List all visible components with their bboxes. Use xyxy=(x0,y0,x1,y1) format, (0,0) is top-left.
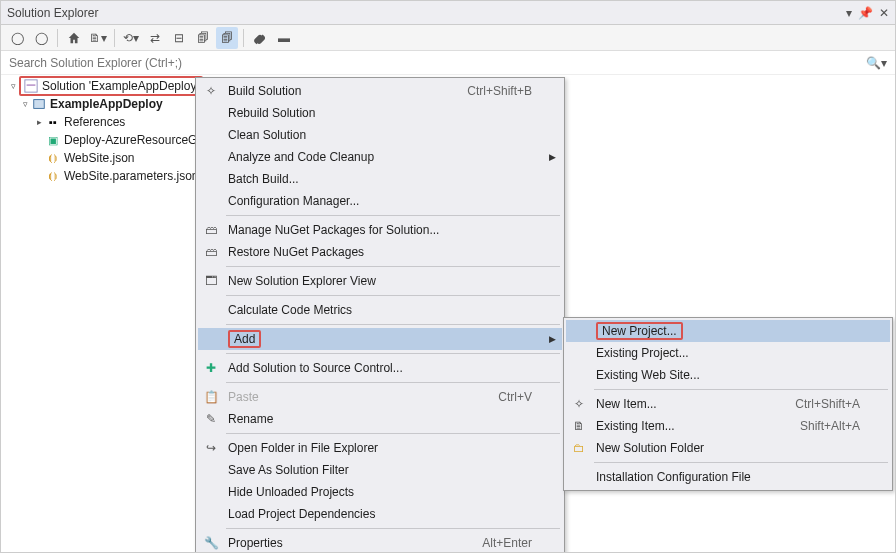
show-all-button[interactable]: 🗐 xyxy=(192,27,214,49)
submenu-existitem[interactable]: 🗎Existing Item...Shift+Alt+A xyxy=(566,415,890,437)
search-input[interactable] xyxy=(9,56,866,70)
menu-separator xyxy=(226,215,560,216)
separator xyxy=(57,29,58,47)
close-icon[interactable]: ✕ xyxy=(879,6,889,20)
project-label: ExampleAppDeploy xyxy=(50,97,163,111)
menu-separator xyxy=(226,528,560,529)
preview-button[interactable]: 🗐 xyxy=(216,27,238,49)
menu-separator xyxy=(226,324,560,325)
submenu-existweb[interactable]: Existing Web Site... xyxy=(566,364,890,386)
menu-metrics[interactable]: Calculate Code Metrics xyxy=(198,299,562,321)
menu-analyze[interactable]: Analyze and Code Cleanup▶ xyxy=(198,146,562,168)
folder-icon: 🗀 xyxy=(568,437,590,459)
file-label: WebSite.parameters.json xyxy=(64,169,199,183)
view-button[interactable]: ▬ xyxy=(273,27,295,49)
pin-icon[interactable]: 📌 xyxy=(858,6,873,20)
view-icon: 🗔 xyxy=(200,270,222,292)
references-icon: ▪▪ xyxy=(45,114,61,130)
search-icon[interactable]: 🔍▾ xyxy=(866,56,887,70)
menu-build[interactable]: ✧Build SolutionCtrl+Shift+B xyxy=(198,80,562,102)
menu-separator xyxy=(226,353,560,354)
json-icon: ⟬⟭ xyxy=(45,168,61,184)
nuget-icon: 🗃 xyxy=(200,219,222,241)
svg-rect-1 xyxy=(27,84,36,86)
separator xyxy=(114,29,115,47)
title-bar: Solution Explorer ▾ 📌 ✕ xyxy=(1,1,895,25)
menu-separator xyxy=(226,266,560,267)
rename-icon: ✎ xyxy=(200,408,222,430)
menu-deps[interactable]: Load Project Dependencies xyxy=(198,503,562,525)
menu-separator xyxy=(226,295,560,296)
folder-icon: ↪ xyxy=(200,437,222,459)
toolbar: ◯ ◯ 🗎▾ ⟲▾ ⇄ ⊟ 🗐 🗐 ▬ xyxy=(1,25,895,51)
svg-rect-2 xyxy=(34,100,45,109)
menu-separator xyxy=(226,382,560,383)
paste-icon: 📋 xyxy=(200,386,222,408)
menu-restore[interactable]: 🗃Restore NuGet Packages xyxy=(198,241,562,263)
restore-icon: 🗃 xyxy=(200,241,222,263)
wrench-icon: 🔧 xyxy=(200,532,222,553)
submenu-newfolder[interactable]: 🗀New Solution Folder xyxy=(566,437,890,459)
json-icon: ⟬⟭ xyxy=(45,150,61,166)
submenu-newitem[interactable]: ✧New Item...Ctrl+Shift+A xyxy=(566,393,890,415)
menu-props[interactable]: 🔧PropertiesAlt+Enter xyxy=(198,532,562,553)
menu-separator xyxy=(226,433,560,434)
menu-rebuild[interactable]: Rebuild Solution xyxy=(198,102,562,124)
collapse-button[interactable]: ⊟ xyxy=(168,27,190,49)
submenu-install[interactable]: Installation Configuration File xyxy=(566,466,890,488)
menu-filter[interactable]: Save As Solution Filter xyxy=(198,459,562,481)
context-menu: ✧Build SolutionCtrl+Shift+B Rebuild Solu… xyxy=(195,77,565,553)
properties-button[interactable] xyxy=(249,27,271,49)
add-submenu: New Project... Existing Project... Exist… xyxy=(563,317,893,491)
menu-separator xyxy=(594,462,888,463)
expand-icon[interactable]: ▿ xyxy=(19,99,31,109)
build-icon: ✧ xyxy=(200,80,222,102)
home-button[interactable] xyxy=(63,27,85,49)
back-button[interactable]: ◯ xyxy=(6,27,28,49)
expand-icon[interactable]: ▸ xyxy=(33,117,45,127)
expand-icon[interactable]: ▿ xyxy=(7,81,19,91)
menu-nuget[interactable]: 🗃Manage NuGet Packages for Solution... xyxy=(198,219,562,241)
forward-button[interactable]: ◯ xyxy=(30,27,52,49)
chevron-right-icon: ▶ xyxy=(549,152,556,162)
newitem-icon: ✧ xyxy=(568,393,590,415)
dropdown-icon[interactable]: ▾ xyxy=(846,6,852,20)
file-label: Deploy-AzureResourceG xyxy=(64,133,197,147)
menu-separator xyxy=(594,389,888,390)
menu-batch[interactable]: Batch Build... xyxy=(198,168,562,190)
sync-button[interactable]: 🗎▾ xyxy=(87,27,109,49)
refresh-button[interactable]: ⇄ xyxy=(144,27,166,49)
solution-label: Solution 'ExampleAppDeploy' xyxy=(42,79,199,93)
separator xyxy=(243,29,244,47)
submenu-existproject[interactable]: Existing Project... xyxy=(566,342,890,364)
menu-source[interactable]: ✚Add Solution to Source Control... xyxy=(198,357,562,379)
submenu-newproject[interactable]: New Project... xyxy=(566,320,890,342)
file-label: WebSite.json xyxy=(64,151,134,165)
window-controls: ▾ 📌 ✕ xyxy=(846,6,889,20)
existitem-icon: 🗎 xyxy=(568,415,590,437)
references-label: References xyxy=(64,115,125,129)
menu-hide[interactable]: Hide Unloaded Projects xyxy=(198,481,562,503)
menu-add[interactable]: Add▶ xyxy=(198,328,562,350)
menu-config[interactable]: Configuration Manager... xyxy=(198,190,562,212)
pending-button[interactable]: ⟲▾ xyxy=(120,27,142,49)
menu-clean[interactable]: Clean Solution xyxy=(198,124,562,146)
menu-paste: 📋PasteCtrl+V xyxy=(198,386,562,408)
solution-icon xyxy=(23,78,39,94)
project-icon xyxy=(31,96,47,112)
ps-icon: ▣ xyxy=(45,132,61,148)
menu-newview[interactable]: 🗔New Solution Explorer View xyxy=(198,270,562,292)
menu-open[interactable]: ↪Open Folder in File Explorer xyxy=(198,437,562,459)
chevron-right-icon: ▶ xyxy=(549,334,556,344)
menu-rename[interactable]: ✎Rename xyxy=(198,408,562,430)
source-icon: ✚ xyxy=(200,357,222,379)
panel-title: Solution Explorer xyxy=(7,6,98,20)
search-bar[interactable]: 🔍▾ xyxy=(1,51,895,75)
